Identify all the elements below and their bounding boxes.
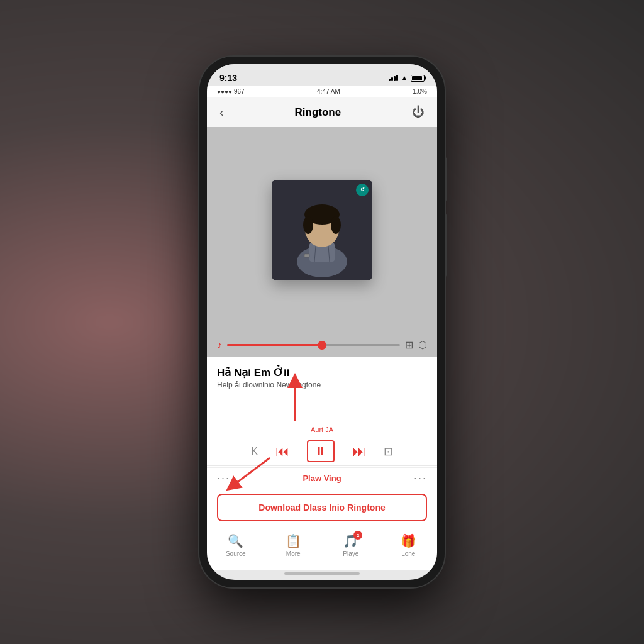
player-card: Hả Nại Em Ởii Help ải dlownlnio New ring… — [207, 357, 437, 528]
wifi-icon: ▲ — [401, 74, 408, 82]
app-status-bar: ●●●● 967 4:47 AM 1.0% — [207, 86, 437, 97]
tab-bar: 🔍 Source 📋 More 🎵 2 Playe 🎁 Lone — [207, 528, 437, 570]
tab-playe-label: Playe — [343, 550, 358, 557]
tab-lone-label: Lone — [401, 550, 415, 557]
share-icon[interactable]: ⬡ — [418, 339, 427, 351]
progress-thumb[interactable] — [318, 341, 326, 350]
lone-icon: 🎁 — [401, 533, 416, 548]
home-indicator — [284, 572, 360, 575]
carrier-text: ●●●● 967 — [217, 88, 245, 95]
arrow-annotation — [257, 374, 333, 425]
more-icon: 📋 — [286, 533, 301, 548]
os-status-icons: ▲ — [389, 74, 425, 82]
battery-text: 1.0% — [413, 88, 427, 95]
app-time: 4:47 AM — [317, 88, 340, 95]
os-status-bar: 9:13 ▲ — [207, 64, 437, 86]
nav-bar: ‹ Ringtone ⏻ — [207, 97, 437, 127]
tab-more-label: More — [286, 550, 301, 557]
power-button[interactable]: ⏻ — [409, 103, 427, 122]
progress-bar[interactable] — [227, 344, 400, 346]
tab-badge: 2 — [353, 531, 362, 540]
svg-line-11 — [232, 458, 270, 486]
screen: 9:13 ▲ ●●●● 967 4:47 AM 1.0% ‹ — [207, 64, 437, 580]
tab-source[interactable]: 🔍 Source — [207, 533, 265, 557]
forward-button[interactable]: ⏭ — [347, 441, 371, 462]
progress-fill — [227, 344, 322, 346]
nav-title: Ringtone — [295, 106, 341, 119]
tab-lone[interactable]: 🎁 Lone — [380, 533, 438, 557]
arrow-annotation-2 — [219, 455, 282, 492]
svg-point-6 — [331, 216, 341, 234]
pause-button[interactable]: ⏸ — [307, 440, 335, 462]
svg-rect-9 — [304, 254, 309, 257]
more-dots-right[interactable]: ··· — [414, 472, 427, 485]
back-button[interactable]: ‹ — [217, 103, 226, 122]
os-time: 9:13 — [219, 73, 237, 83]
bookmark-icon: ⊡ — [384, 445, 393, 458]
source-icon: 🔍 — [228, 533, 243, 548]
download-button[interactable]: Download Dlass Inio Ringtone — [217, 494, 427, 521]
tab-source-label: Source — [226, 550, 246, 557]
svg-point-5 — [303, 216, 313, 234]
tab-playe[interactable]: 🎵 2 Playe — [322, 533, 380, 557]
crop-icon[interactable]: ⊞ — [405, 339, 413, 351]
album-art: ↺ — [272, 180, 372, 280]
controls-label: Aurt JA — [207, 425, 437, 435]
annotation-area — [207, 393, 437, 425]
music-note-icon: ♪ — [217, 340, 222, 351]
album-area: ↺ — [207, 127, 437, 333]
progress-area[interactable]: ♪ ⊞ ⬡ — [207, 333, 437, 357]
battery-icon — [411, 75, 425, 82]
signal-icon — [389, 75, 398, 81]
tab-more[interactable]: 📋 More — [265, 533, 323, 557]
phone-frame: 9:13 ▲ ●●●● 967 4:47 AM 1.0% ‹ — [199, 57, 445, 587]
play-view-label: Plaw Ving — [303, 474, 341, 483]
artist-image — [272, 180, 372, 280]
playe-icon: 🎵 2 — [343, 533, 358, 548]
album-badge: ↺ — [356, 184, 369, 196]
